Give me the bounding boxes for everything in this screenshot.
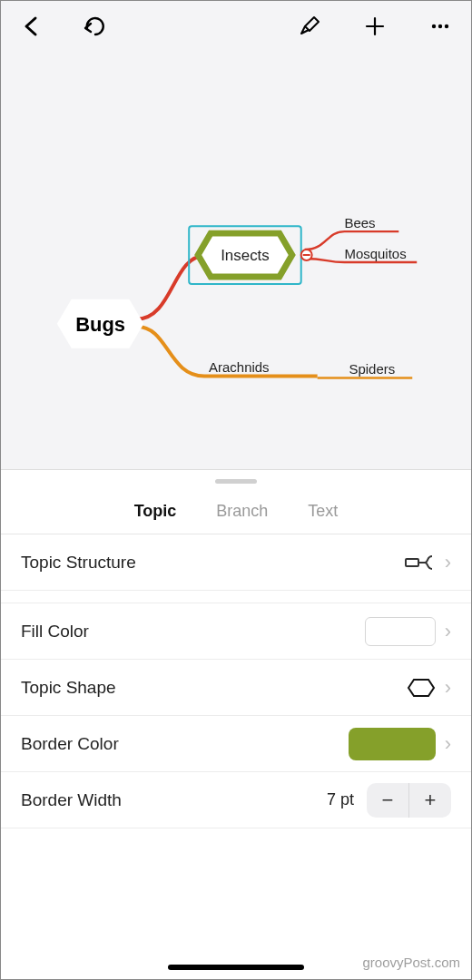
svg-point-3 <box>438 24 442 28</box>
arachnids-node-label[interactable]: Arachnids <box>209 359 269 375</box>
plus-icon <box>364 15 386 37</box>
border-width-label: Border Width <box>21 790 122 810</box>
mosquitos-node-label[interactable]: Mosquitos <box>345 246 407 261</box>
add-button[interactable] <box>360 12 389 41</box>
border-color-swatch[interactable] <box>349 728 436 760</box>
more-icon <box>429 15 451 37</box>
tab-branch[interactable]: Branch <box>216 502 268 521</box>
watermark: groovyPost.com <box>362 955 460 970</box>
row-topic-structure[interactable]: Topic Structure › <box>1 534 471 591</box>
svg-rect-6 <box>406 559 418 566</box>
row-topic-shape[interactable]: Topic Shape › <box>1 660 471 716</box>
svg-point-2 <box>432 24 436 28</box>
row-border-color[interactable]: Border Color › <box>1 716 471 772</box>
border-width-value: 7 pt <box>327 790 354 809</box>
undo-button[interactable] <box>81 12 110 41</box>
structure-icon <box>405 553 436 573</box>
back-icon <box>23 15 41 37</box>
border-color-label: Border Color <box>21 734 119 754</box>
topic-shape-label: Topic Shape <box>21 678 116 698</box>
top-toolbar <box>1 1 471 52</box>
mindmap-canvas[interactable]: Bugs Insects Bees Mosquitos Arachnids Sp… <box>1 52 471 469</box>
back-button[interactable] <box>17 12 46 41</box>
chevron-right-icon: › <box>445 620 451 643</box>
insects-node-label[interactable]: Insects <box>221 247 270 264</box>
bees-node-label[interactable]: Bees <box>345 215 376 230</box>
home-indicator <box>168 965 304 970</box>
paint-brush-icon <box>298 15 321 38</box>
format-panel: Topic Branch Text Topic Structure › Fill… <box>1 469 471 979</box>
topic-structure-label: Topic Structure <box>21 553 136 573</box>
svg-point-4 <box>445 24 448 28</box>
undo-icon <box>83 15 108 37</box>
fill-color-label: Fill Color <box>21 622 89 642</box>
chevron-right-icon: › <box>445 732 451 756</box>
root-node-label[interactable]: Bugs <box>75 313 125 336</box>
panel-tabs: Topic Branch Text <box>1 484 471 534</box>
tab-text[interactable]: Text <box>308 502 338 521</box>
chevron-right-icon: › <box>445 551 451 574</box>
fill-color-swatch[interactable] <box>365 617 436 646</box>
stepper-plus-button[interactable]: + <box>409 783 451 818</box>
chevron-right-icon: › <box>445 676 451 700</box>
format-button[interactable] <box>295 12 324 41</box>
more-button[interactable] <box>426 12 455 41</box>
spiders-node-label[interactable]: Spiders <box>349 361 396 377</box>
border-width-stepper: − + <box>367 783 451 818</box>
row-fill-color[interactable]: Fill Color › <box>1 603 471 660</box>
svg-marker-7 <box>408 680 434 696</box>
hexagon-icon <box>407 678 436 698</box>
tab-topic[interactable]: Topic <box>134 502 177 521</box>
stepper-minus-button[interactable]: − <box>367 783 408 818</box>
row-border-width: Border Width 7 pt − + <box>1 772 471 828</box>
